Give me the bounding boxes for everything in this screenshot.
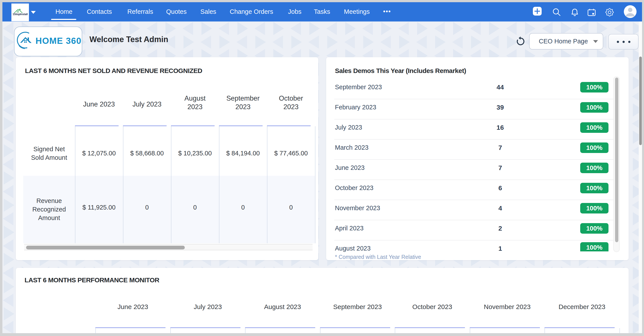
svg-text:1StopInstall: 1StopInstall bbox=[13, 13, 28, 16]
